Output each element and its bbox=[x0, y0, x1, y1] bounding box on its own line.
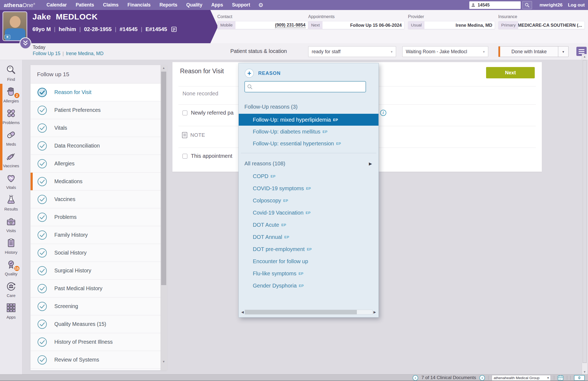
reason-option[interactable]: Encounter for follow up EP bbox=[239, 255, 378, 268]
checklist-item[interactable]: Quality Measures (15) bbox=[31, 315, 167, 333]
check-circle-icon bbox=[37, 337, 47, 347]
scroll-right-icon[interactable]: ▶ bbox=[373, 310, 377, 314]
search-input[interactable] bbox=[478, 3, 513, 8]
add-reason-row[interactable]: + REASON bbox=[245, 69, 281, 78]
rail-item[interactable]: Problems bbox=[0, 105, 22, 127]
patient-photo[interactable] bbox=[2, 11, 27, 41]
top-menu-item[interactable]: Patients bbox=[76, 2, 94, 8]
top-menu-item[interactable]: Support bbox=[232, 2, 250, 8]
patient-status-select[interactable]: ready for staff▾ bbox=[308, 46, 396, 57]
checklist-item[interactable]: Allergies bbox=[31, 155, 167, 173]
insurance-box[interactable]: PrimaryMEDICARE-CA SOUTHERN (... bbox=[498, 21, 585, 29]
scroll-down-icon[interactable]: ▼ bbox=[582, 370, 587, 373]
provider-link[interactable]: Irene Medina, MD bbox=[66, 51, 104, 56]
reason-option[interactable]: DOT Annual EP bbox=[239, 231, 378, 243]
rail-item[interactable]: Meds bbox=[0, 127, 22, 149]
scroll-down-icon[interactable]: ▼ bbox=[161, 360, 167, 363]
newly-referred-checkbox[interactable] bbox=[182, 111, 187, 115]
done-with-intake-button[interactable]: Done with Intake ▾ bbox=[498, 46, 569, 57]
top-menu-item[interactable]: Quality bbox=[186, 2, 202, 8]
appointments-box[interactable]: NextFollow Up 15 06-06-2024 bbox=[308, 21, 404, 29]
rail-item[interactable]: Quality 15 bbox=[0, 257, 22, 278]
checklist-item[interactable]: Family History bbox=[31, 226, 167, 244]
logout-link[interactable]: Log out bbox=[568, 2, 585, 8]
scroll-up-icon[interactable]: ▲ bbox=[582, 55, 587, 58]
scroll-left-icon[interactable]: ◀ bbox=[240, 310, 245, 314]
reason-option[interactable]: Covid-19 Vaccination EP bbox=[239, 207, 378, 219]
this-appointment-checkbox[interactable] bbox=[182, 154, 187, 159]
all-reasons-header[interactable]: All reasons (108) ▶ bbox=[244, 161, 372, 167]
reason-search-input[interactable] bbox=[244, 81, 366, 92]
search-button[interactable] bbox=[522, 1, 532, 9]
top-menu-item[interactable]: Apps bbox=[211, 2, 223, 8]
next-button[interactable]: Next bbox=[486, 67, 535, 78]
contact-box[interactable]: Mobile(909) 231-9854 bbox=[217, 21, 308, 29]
reason-option[interactable]: Follow-Up: mixed hyperlipidemia EP bbox=[239, 114, 378, 126]
insurance-column: Insurance PrimaryMEDICARE-CA SOUTHERN (.… bbox=[498, 14, 585, 29]
rail-item[interactable]: Allergies 2 bbox=[0, 84, 22, 105]
rail-item[interactable]: Visits bbox=[0, 213, 22, 235]
checklist-item[interactable]: Problems bbox=[31, 208, 167, 226]
checklist-item[interactable]: Medications bbox=[31, 173, 167, 190]
page-scrollbar[interactable]: ▲ ▼ bbox=[582, 54, 587, 374]
checklist-item[interactable]: History of Present Illness bbox=[31, 333, 167, 351]
ep-tag: EP bbox=[284, 235, 289, 239]
reason-option[interactable]: COVID-19 symptoms EP bbox=[239, 182, 378, 195]
scroll-up-icon[interactable]: ▲ bbox=[161, 66, 167, 69]
top-menu-item[interactable]: Calendar bbox=[46, 2, 67, 8]
checklist-item[interactable]: Patient Preferences bbox=[31, 101, 167, 119]
chevron-right-icon: ▶ bbox=[369, 161, 372, 166]
reason-option[interactable]: Flu-like symptoms EP bbox=[239, 268, 378, 280]
rail-item[interactable]: Vaccines bbox=[0, 149, 22, 170]
organization-select[interactable]: athenahealth Medical Group ▾ bbox=[492, 375, 551, 381]
camera-icon[interactable] bbox=[4, 35, 10, 39]
top-menu-item[interactable]: Financials bbox=[127, 2, 151, 8]
reason-option[interactable]: Follow-Up: essential hypertension EP bbox=[239, 138, 378, 149]
next-appt-value: Follow Up 15 06-06-2024 bbox=[323, 21, 404, 29]
rail-item[interactable]: Care bbox=[0, 278, 22, 300]
checklist-item[interactable]: Past Medical History bbox=[31, 280, 167, 298]
scroll-thumb[interactable] bbox=[245, 310, 357, 314]
scroll-thumb[interactable] bbox=[161, 72, 166, 285]
provider-box[interactable]: UsualIrene Medina, MD bbox=[408, 21, 495, 29]
note-row[interactable]: NOTE bbox=[182, 132, 205, 138]
rail-item[interactable]: Vitals bbox=[0, 170, 22, 192]
intake-dropdown-arrow[interactable]: ▾ bbox=[558, 46, 568, 57]
checklist-scrollbar[interactable]: ▲ ▼ bbox=[161, 65, 167, 370]
athenaone-logo[interactable]: athenaOne® bbox=[4, 2, 35, 8]
note-icon[interactable] bbox=[171, 26, 177, 32]
top-menu-item[interactable]: Claims bbox=[103, 2, 118, 8]
rail-item[interactable]: Apps bbox=[0, 300, 22, 322]
reason-option[interactable]: DOT pre-employment EP bbox=[239, 243, 378, 255]
next-document-button[interactable]: › bbox=[479, 375, 485, 381]
checklist-item[interactable]: Screening bbox=[31, 298, 167, 315]
calendar-icon[interactable] bbox=[557, 375, 564, 381]
top-menu-item[interactable]: Reports bbox=[160, 2, 177, 8]
rail-item[interactable]: History bbox=[0, 235, 22, 257]
reason-option[interactable]: COPD EP bbox=[239, 170, 378, 182]
checklist-item[interactable]: Review of Systems bbox=[31, 351, 167, 369]
reason-option[interactable]: DOT Acute EP bbox=[239, 219, 378, 231]
username[interactable]: mwright26 bbox=[540, 2, 563, 8]
reason-option[interactable]: Follow-Up: diabetes mellitus EP bbox=[239, 126, 378, 138]
gear-icon[interactable]: ⚙ bbox=[258, 2, 263, 8]
reason-option[interactable]: Gender Dysphoria EP bbox=[239, 280, 378, 292]
reason-option[interactable]: Colposcopy EP bbox=[239, 195, 378, 207]
appointment-link[interactable]: Follow Up 15 bbox=[33, 51, 60, 56]
scroll-thumb[interactable] bbox=[583, 60, 587, 363]
checklist-item[interactable]: Social History bbox=[31, 244, 167, 262]
dropdown-horizontal-scrollbar[interactable]: ◀ ▶ bbox=[240, 309, 377, 315]
checklist-item[interactable]: Surgical History bbox=[31, 262, 167, 280]
checklist-item[interactable]: Vaccines bbox=[31, 190, 167, 208]
collapse-banner-button[interactable] bbox=[19, 37, 31, 49]
checklist-item[interactable]: Vitals bbox=[31, 119, 167, 137]
notification-counter[interactable]: 0 bbox=[574, 375, 585, 381]
patient-location-select[interactable]: Waiting Room - Jake Medlocl▾ bbox=[402, 46, 488, 57]
scroll-track[interactable] bbox=[245, 310, 373, 315]
checklist-item[interactable]: Data Reconciliation bbox=[31, 137, 167, 155]
rail-item[interactable]: Find bbox=[0, 62, 22, 84]
rail-item[interactable]: Results bbox=[0, 192, 22, 213]
info-icon[interactable]: i bbox=[380, 110, 386, 116]
checklist-item[interactable]: Reason for Visit bbox=[31, 83, 167, 101]
previous-document-button[interactable]: ‹ bbox=[413, 375, 418, 381]
